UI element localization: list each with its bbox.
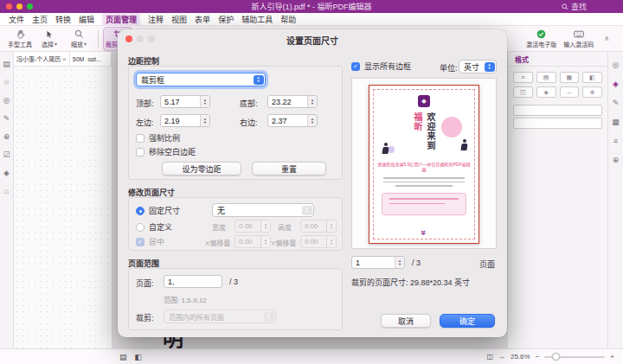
close-tab-icon[interactable]: × [62, 55, 67, 63]
menu-item-protect[interactable]: 保护 [218, 14, 234, 25]
format-tool-grid: ≡ ▤ ▦ ◧ ◫ ◈ ↔ ⊕ [508, 67, 607, 103]
align-bottom-icon[interactable]: ◈ [536, 86, 556, 98]
select-tool-label: 选择 [42, 40, 54, 48]
attachments-panel-icon[interactable]: ⊕ [3, 132, 10, 141]
zoom-level[interactable]: 25.6% [511, 353, 530, 361]
fit-width-icon[interactable]: ↔ [498, 353, 505, 361]
menu-item-home[interactable]: 主页 [32, 14, 48, 25]
bottom-margin-stepper[interactable]: ▲▼ [307, 96, 317, 107]
range-hint: 范围: 1,5-9,12 [164, 295, 207, 304]
ok-button[interactable]: 确定 [440, 314, 495, 328]
fit-page-icon[interactable]: ◫ [486, 353, 493, 361]
bookmarks-panel-icon[interactable]: ☆ [3, 78, 10, 86]
menu-side-icon[interactable]: ≡ [613, 137, 618, 145]
page-preview[interactable]: ◆ 欢迎来到福昕 感谢您和全球5.5亿用户一样信任福昕的PDF编辑器 » [369, 85, 479, 244]
right-panel-strip: ◎ ◈ ✎ ▦ ≡ ⊕ [607, 52, 623, 348]
height-label: 高度 [278, 222, 292, 232]
menu-item-edit[interactable]: 编辑 [79, 14, 94, 25]
width-field: 0.00 ▲▼ [234, 220, 271, 233]
poster-title: 欢迎来到福昕 [411, 112, 437, 156]
page-layout-icon[interactable]: ◧ [135, 353, 143, 361]
close-window-button[interactable] [6, 3, 12, 10]
document-tab-50m[interactable]: 50M_opt... [70, 52, 112, 66]
unit-select[interactable]: 英寸 ▲▼ [459, 60, 497, 73]
right-margin-field[interactable]: 2.37 ▲▼ [267, 114, 318, 127]
align-right-icon[interactable]: ▦ [560, 72, 580, 83]
menu-item-page-management[interactable]: 页面管理 [102, 13, 140, 26]
search-side-icon[interactable]: ◎ [613, 61, 620, 69]
hand-tool-button[interactable]: 手型工具 [5, 27, 35, 51]
enter-activation-code-button[interactable]: 输入激活码 [563, 27, 594, 51]
format-option-bar[interactable] [513, 105, 602, 116]
zoom-in-button[interactable]: + [610, 353, 614, 361]
thumbnails-panel-icon[interactable]: ▤ [3, 60, 10, 68]
menu-item-comment[interactable]: 注释 [148, 14, 164, 25]
bottom-margin-field[interactable]: 23.22 ▲▼ [267, 95, 318, 108]
destinations-panel-icon[interactable]: ⌂ [4, 187, 9, 195]
top-margin-label: 顶部: [136, 98, 154, 109]
distribute-h-icon[interactable]: ↔ [560, 86, 580, 98]
left-margin-field[interactable]: 2.19 ▲▼ [160, 114, 210, 127]
width-stepper: ▲▼ [260, 220, 270, 232]
align-middle-icon[interactable]: ◫ [513, 86, 533, 98]
align-left-icon[interactable]: ≡ [513, 72, 533, 83]
document-tab-resume[interactable]: 冯小惠-个人简历.pdf × [14, 52, 70, 66]
thumbnail-area[interactable] [14, 67, 112, 348]
collapse-toolbar-icon[interactable]: ∧ [601, 35, 613, 42]
dialog-titlebar[interactable]: 设置页面尺寸 [118, 29, 507, 48]
attach-side-icon[interactable]: ⊕ [613, 156, 620, 164]
fixed-size-select[interactable]: 无 ▲▼ [212, 203, 314, 217]
pink-box-decor [382, 193, 466, 215]
activate-button[interactable]: 激活电子版 [526, 27, 556, 51]
crop-scope-label: 裁剪: [136, 312, 154, 323]
remove-blank-margins-checkbox[interactable]: 移除空白边距 [136, 146, 196, 157]
minimize-window-button[interactable] [16, 3, 22, 10]
preview-page-stepper[interactable]: ▲▼ [395, 257, 404, 268]
format-panel-title[interactable]: 格式 [508, 52, 607, 67]
y-offset-stepper: ▲▼ [326, 236, 336, 247]
top-margin-stepper[interactable]: ▲▼ [200, 96, 209, 107]
zoom-slider-knob[interactable] [552, 353, 560, 361]
search-panel-icon[interactable]: ◎ [3, 96, 10, 105]
zoom-out-button[interactable]: − [536, 353, 540, 361]
menu-item-convert[interactable]: 转换 [55, 14, 71, 25]
zoom-window-button[interactable] [27, 3, 33, 10]
distribute-v-icon[interactable]: ⊕ [582, 86, 602, 98]
align-center-icon[interactable]: ▤ [536, 72, 556, 83]
format-option-bar[interactable] [513, 118, 602, 129]
constrain-label: 强制比例 [149, 132, 180, 144]
menu-item-help[interactable]: 帮助 [280, 14, 296, 25]
set-zero-margins-button[interactable]: 设为零边距 [162, 162, 241, 176]
assistant-icon[interactable]: ◈ [613, 80, 619, 88]
constrain-proportions-checkbox[interactable]: 强制比例 [136, 132, 180, 144]
titlebar[interactable]: 新人引导(1).pdf * - 福昕PDF编辑器 查找 [0, 0, 623, 13]
zoom-tool-button[interactable]: 缩放▾ [64, 27, 93, 51]
left-margin-stepper[interactable]: ▲▼ [200, 115, 209, 126]
annotations-panel-icon[interactable]: ✎ [3, 114, 10, 123]
layers-panel-icon[interactable]: ◈ [3, 169, 10, 177]
reset-button[interactable]: 重置 [252, 162, 326, 176]
zoom-tool-label: 缩放 [71, 40, 83, 48]
comment-side-icon[interactable]: ✎ [613, 99, 620, 107]
zoom-slider[interactable] [544, 356, 605, 358]
format-panel: 格式 ≡ ▤ ▦ ◧ ◫ ◈ ↔ ⊕ [507, 52, 607, 348]
thumbnails-view-icon[interactable]: ▤ [119, 353, 127, 361]
menu-item-file[interactable]: 文件 [9, 14, 24, 25]
menu-item-accessibility[interactable]: 辅助工具 [241, 14, 273, 25]
show-all-boxes-checkbox[interactable]: ✓ 显示所有边框 [351, 61, 411, 72]
custom-size-radio[interactable]: 自定义 [136, 221, 172, 233]
forms-panel-icon[interactable]: ☑ [3, 150, 10, 159]
titlebar-search-button[interactable]: 查找 [562, 1, 587, 12]
preview-page-field[interactable]: 1 ▲▼ [351, 256, 405, 269]
menu-item-view[interactable]: 视图 [171, 14, 187, 25]
page-range-field[interactable]: 1, [164, 275, 222, 288]
align-top-icon[interactable]: ◧ [582, 72, 602, 83]
fixed-size-radio[interactable]: 固定尺寸 [136, 205, 180, 216]
top-margin-field[interactable]: 5.17 ▲▼ [160, 95, 210, 108]
right-margin-stepper[interactable]: ▲▼ [307, 115, 317, 126]
menu-item-form[interactable]: 表单 [195, 14, 210, 25]
box-type-select[interactable]: 裁剪框 ▲▼ [136, 73, 266, 86]
cancel-button[interactable]: 取消 [381, 314, 431, 328]
select-tool-button[interactable]: 选择▾ [35, 27, 64, 51]
pages-side-icon[interactable]: ▦ [612, 118, 620, 126]
